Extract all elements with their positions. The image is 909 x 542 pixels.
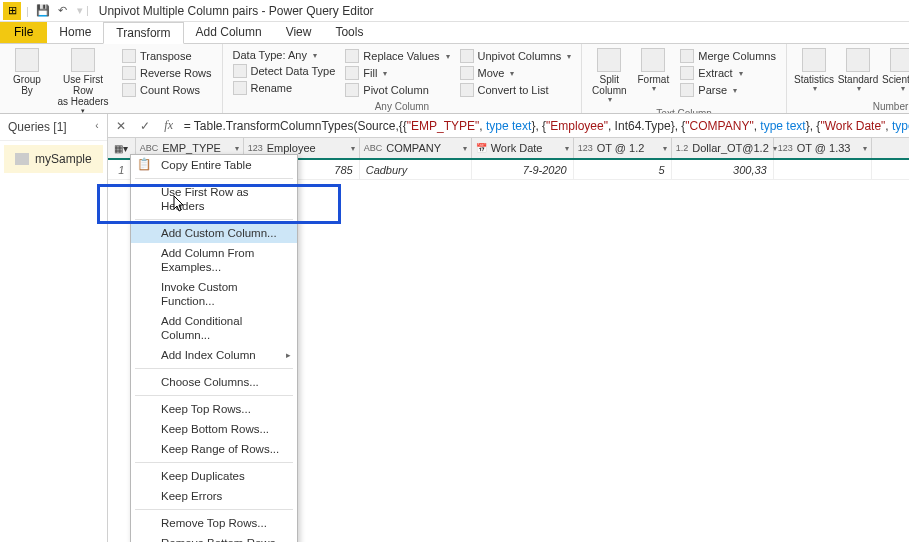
ribbon-group-label: Text Column	[588, 107, 780, 114]
menu-keep-errors[interactable]: Keep Errors	[131, 486, 297, 506]
extract-button[interactable]: Extract	[676, 65, 780, 81]
unpivot-columns-button[interactable]: Unpivot Columns	[456, 48, 576, 64]
query-item-mysample[interactable]: mySample	[4, 145, 103, 173]
ribbon-group-label: Number Column	[793, 100, 909, 113]
menu-keep-range[interactable]: Keep Range of Rows...	[131, 439, 297, 459]
menu-remove-bottom[interactable]: Remove Bottom Rows...	[131, 533, 297, 542]
datatype-button[interactable]: Data Type: Any	[229, 48, 340, 62]
ribbon-group-numbercolumn: Statistics Standard Scientific Trigonome…	[787, 44, 909, 113]
menu-keep-bottom[interactable]: Keep Bottom Rows...	[131, 419, 297, 439]
menu-first-row-headers[interactable]: Use First Row as Headers	[131, 182, 297, 216]
cell[interactable]: 7-9-2020	[472, 160, 574, 179]
cell[interactable]: 5	[574, 160, 672, 179]
ribbon-group-table: Group By Use First Row as Headers▾ Trans…	[0, 44, 223, 113]
tab-addcolumn[interactable]: Add Column	[184, 22, 274, 43]
collapse-icon[interactable]: ‹	[95, 120, 98, 134]
qat-sep1: |	[26, 5, 29, 17]
table-icon	[15, 153, 29, 165]
column-header-ot12[interactable]: 123OT @ 1.2▾	[574, 138, 672, 158]
transpose-button[interactable]: Transpose	[118, 48, 216, 64]
cell[interactable]: 300,33	[672, 160, 774, 179]
menu-keep-top[interactable]: Keep Top Rows...	[131, 399, 297, 419]
tab-file[interactable]: File	[0, 22, 47, 43]
tab-transform[interactable]: Transform	[103, 22, 183, 44]
menu-index-column[interactable]: Add Index Column	[131, 345, 297, 365]
cell[interactable]: Cadbury	[360, 160, 472, 179]
fill-button[interactable]: Fill	[341, 65, 453, 81]
reverse-rows-button[interactable]: Reverse Rows	[118, 65, 216, 81]
menu-invoke-function[interactable]: Invoke Custom Function...	[131, 277, 297, 311]
undo-icon[interactable]: ↶	[54, 2, 72, 20]
merge-columns-button[interactable]: Merge Columns	[676, 48, 780, 64]
cancel-icon[interactable]: ✕	[112, 117, 130, 135]
parse-button[interactable]: Parse	[676, 82, 780, 98]
menu-choose-columns[interactable]: Choose Columns...	[131, 372, 297, 392]
rename-button[interactable]: Rename	[229, 80, 340, 96]
fx-icon[interactable]: fx	[160, 117, 178, 135]
window-title: Unpivot Multiple Column pairs - Power Qu…	[99, 4, 374, 18]
ribbon-group-anycolumn: Data Type: Any Detect Data Type Rename R…	[223, 44, 583, 113]
statistics-button[interactable]: Statistics	[793, 46, 835, 100]
table-icon	[137, 184, 151, 198]
standard-button[interactable]: Standard	[837, 46, 879, 100]
detect-datatype-button[interactable]: Detect Data Type	[229, 63, 340, 79]
copy-icon: 📋	[137, 157, 151, 171]
formula-input[interactable]: = Table.TransformColumnTypes(Source,{{"E…	[184, 119, 909, 133]
column-header-ot133[interactable]: 123OT @ 1.33▾	[774, 138, 872, 158]
split-column-button[interactable]: Split Column	[588, 46, 630, 107]
ribbon-group-label: Any Column	[229, 100, 576, 113]
group-by-button[interactable]: Group By	[6, 46, 48, 114]
menu-add-column-examples[interactable]: Add Column From Examples...	[131, 243, 297, 277]
title-bar: ⊞ | 💾 ↶ ▾ | Unpivot Multiple Column pair…	[0, 0, 909, 22]
table-context-menu: 📋Copy Entire Table Use First Row as Head…	[130, 154, 298, 542]
column-header-company[interactable]: ABCCOMPANY▾	[360, 138, 472, 158]
convert-list-button[interactable]: Convert to List	[456, 82, 576, 98]
cell[interactable]	[774, 160, 872, 179]
first-row-headers-button[interactable]: Use First Row as Headers▾	[50, 46, 116, 114]
column-header-workdate[interactable]: 📅Work Date▾	[472, 138, 574, 158]
remove-rows-icon	[137, 515, 151, 529]
scientific-button[interactable]: Scientific	[881, 46, 909, 100]
ribbon-group-textcolumn: Split Column Format Merge Columns Extrac…	[582, 44, 787, 113]
menu-conditional-column[interactable]: Add Conditional Column...	[131, 311, 297, 345]
queries-header[interactable]: Queries [1] ‹	[0, 114, 107, 141]
menu-tabs: File Home Transform Add Column View Tool…	[0, 22, 909, 44]
replace-values-button[interactable]: Replace Values	[341, 48, 453, 64]
column-header-dollarot12[interactable]: 1.2Dollar_OT@1.2▾	[672, 138, 774, 158]
ribbon: Group By Use First Row as Headers▾ Trans…	[0, 44, 909, 114]
menu-add-custom-column[interactable]: Add Custom Column...	[131, 223, 297, 243]
format-button[interactable]: Format	[632, 46, 674, 107]
keep-rows-icon	[137, 401, 151, 415]
tab-view[interactable]: View	[274, 22, 324, 43]
tab-home[interactable]: Home	[47, 22, 103, 43]
formula-bar: ✕ ✓ fx = Table.TransformColumnTypes(Sour…	[108, 114, 909, 138]
menu-keep-duplicates[interactable]: Keep Duplicates	[131, 466, 297, 486]
pivot-column-button[interactable]: Pivot Column	[341, 82, 453, 98]
queries-panel: Queries [1] ‹ mySample	[0, 114, 108, 542]
mouse-cursor	[173, 196, 187, 214]
add-column-icon	[137, 225, 151, 239]
qat-sep2: ▾ |	[77, 4, 89, 17]
menu-copy-table[interactable]: 📋Copy Entire Table	[131, 155, 297, 175]
menu-remove-top[interactable]: Remove Top Rows...	[131, 513, 297, 533]
app-icon: ⊞	[3, 2, 21, 20]
tab-tools[interactable]: Tools	[323, 22, 375, 43]
accept-icon[interactable]: ✓	[136, 117, 154, 135]
save-icon[interactable]: 💾	[34, 2, 52, 20]
count-rows-button[interactable]: Count Rows	[118, 82, 216, 98]
move-button[interactable]: Move	[456, 65, 576, 81]
